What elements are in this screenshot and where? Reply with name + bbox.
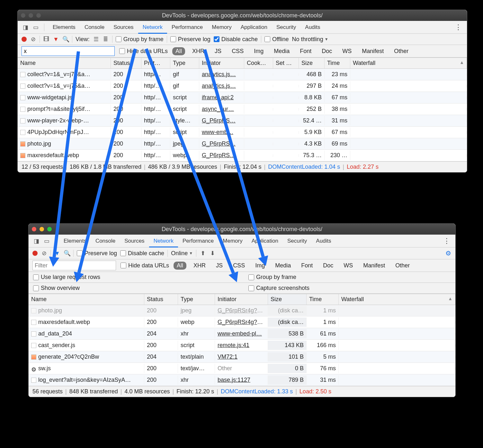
- table-row[interactable]: 4PUpJpDdHqrNInFpJ… 200 http/… script www…: [18, 127, 467, 138]
- type-filter-css[interactable]: CSS: [228, 47, 247, 55]
- type-filter-all[interactable]: All: [172, 47, 185, 55]
- col-type[interactable]: Type: [170, 58, 199, 68]
- table-row[interactable]: www-player-2x-webp-… 200 http/… style… G…: [18, 115, 467, 127]
- tab-security[interactable]: Security: [283, 235, 311, 247]
- type-filter-img[interactable]: Img: [251, 47, 267, 55]
- traffic-min[interactable]: [40, 227, 44, 231]
- hide-data-urls-checkbox[interactable]: Hide data URLs: [119, 48, 168, 55]
- filter-input[interactable]: [32, 261, 116, 270]
- disable-cache-checkbox[interactable]: Disable cache: [214, 36, 258, 43]
- col-waterfall[interactable]: Waterfall▲: [350, 58, 467, 68]
- type-filter-ws[interactable]: WS: [340, 262, 356, 270]
- tab-network[interactable]: Network: [138, 21, 167, 34]
- overview-icon[interactable]: ≣: [103, 36, 109, 43]
- type-filter-doc[interactable]: Doc: [318, 47, 335, 55]
- table-row[interactable]: photo.jpg 200 http/… jpeg G_P6rpRS… 4.3 …: [18, 138, 467, 150]
- throttling-select[interactable]: Online ▼: [171, 250, 193, 257]
- table-row[interactable]: collect?v=1&_v=j75&a… 200 http/… gif ana…: [18, 69, 467, 80]
- offline-checkbox[interactable]: Offline: [264, 36, 289, 43]
- tab-elements[interactable]: Elements: [48, 21, 80, 34]
- tab-memory[interactable]: Memory: [207, 21, 236, 34]
- col-initiator[interactable]: Initiator: [215, 294, 268, 305]
- col-name[interactable]: Name: [18, 58, 111, 68]
- device-icon[interactable]: ▭: [42, 237, 51, 245]
- table-row[interactable]: generate_204?cQ2nBw 204 text/plain VM72:…: [29, 351, 455, 363]
- col-time[interactable]: Time: [307, 294, 339, 305]
- type-filter-all[interactable]: All: [174, 262, 186, 270]
- table-row[interactable]: prompt?t=a&site=ylj5if… 200 http/… scrip…: [18, 103, 467, 115]
- col-time[interactable]: Time: [325, 58, 350, 68]
- device-icon[interactable]: ▭: [31, 24, 40, 31]
- disable-cache-checkbox[interactable]: Disable cache: [120, 250, 164, 257]
- type-filter-js[interactable]: JS: [211, 47, 225, 55]
- type-filter-xhr[interactable]: XHR: [189, 47, 208, 55]
- tab-audits[interactable]: Audits: [311, 235, 335, 247]
- type-filter-font[interactable]: Font: [298, 262, 316, 270]
- preserve-log-checkbox[interactable]: Preserve log: [77, 250, 117, 257]
- type-filter-media[interactable]: Media: [272, 262, 294, 270]
- import-har-icon[interactable]: ⬆: [200, 250, 206, 257]
- inspect-icon[interactable]: ◨: [21, 24, 30, 31]
- record-button[interactable]: [22, 37, 27, 42]
- titlebar[interactable]: DevTools - developers.google.com/web/too…: [18, 10, 467, 21]
- type-filter-ws[interactable]: WS: [339, 47, 355, 55]
- show-overview-checkbox[interactable]: Show overview: [33, 285, 80, 291]
- throttling-select[interactable]: No throttling ▼: [292, 36, 328, 43]
- hide-data-urls-checkbox[interactable]: Hide data URLs: [121, 262, 169, 269]
- large-rows-icon[interactable]: ☰: [93, 36, 99, 43]
- type-filter-img[interactable]: Img: [252, 262, 268, 270]
- table-row[interactable]: maxresdefault.webp 200 http/… webp G_P6r…: [18, 150, 467, 161]
- titlebar[interactable]: DevTools - developers.google.com/web/too…: [29, 224, 455, 235]
- type-filter-other[interactable]: Other: [391, 47, 412, 55]
- export-har-icon[interactable]: ⬇: [209, 250, 216, 257]
- tab-sources[interactable]: Sources: [120, 235, 149, 247]
- tab-application[interactable]: Application: [236, 21, 272, 34]
- table-row[interactable]: www-widgetapi.js 200 http/… script ifram…: [18, 92, 467, 103]
- type-filter-media[interactable]: Media: [271, 47, 293, 55]
- table-row[interactable]: ad_data_204 204 xhr www-embed-pl… 538 B …: [29, 328, 455, 340]
- tab-audits[interactable]: Audits: [300, 21, 325, 34]
- type-filter-manifest[interactable]: Manifest: [360, 262, 388, 270]
- group-by-frame-checkbox[interactable]: Group by frame: [248, 274, 296, 281]
- group-by-frame-checkbox[interactable]: Group by frame: [116, 36, 164, 43]
- type-filter-css[interactable]: CSS: [230, 262, 248, 270]
- type-filter-xhr[interactable]: XHR: [190, 262, 209, 270]
- tab-memory[interactable]: Memory: [218, 235, 247, 247]
- preserve-log-checkbox[interactable]: Preserve log: [170, 36, 210, 43]
- clear-icon[interactable]: ⊘: [41, 250, 47, 257]
- type-filter-doc[interactable]: Doc: [320, 262, 336, 270]
- settings-gear-icon[interactable]: ⚙: [445, 249, 452, 257]
- kebab-icon[interactable]: ⋮: [441, 237, 452, 245]
- type-filter-font[interactable]: Font: [297, 47, 315, 55]
- table-row[interactable]: maxresdefault.webp 200 webp G_P6rpRSr4g?…: [29, 317, 455, 328]
- screenshot-icon[interactable]: 🎞: [43, 36, 49, 43]
- tab-performance[interactable]: Performance: [178, 235, 218, 247]
- traffic-max[interactable]: [36, 13, 41, 18]
- tab-security[interactable]: Security: [272, 21, 300, 34]
- filter-input[interactable]: [22, 46, 115, 56]
- traffic-close[interactable]: [21, 13, 25, 18]
- filter-icon[interactable]: ▼: [54, 250, 60, 257]
- tab-console[interactable]: Console: [80, 21, 109, 34]
- type-filter-manifest[interactable]: Manifest: [359, 47, 387, 55]
- tab-console[interactable]: Console: [91, 235, 120, 247]
- tab-sources[interactable]: Sources: [109, 21, 138, 34]
- capture-screenshots-checkbox[interactable]: Capture screenshots: [248, 285, 309, 291]
- col-type[interactable]: Type: [178, 294, 215, 305]
- kebab-icon[interactable]: ⋮: [453, 23, 464, 31]
- table-row[interactable]: collect?v=1&_v=j75&a… 200 http/… gif ana…: [18, 80, 467, 92]
- traffic-close[interactable]: [32, 227, 36, 231]
- tab-performance[interactable]: Performance: [167, 21, 207, 34]
- col-name[interactable]: Name: [29, 294, 144, 305]
- table-row[interactable]: log_event?alt=json&key=AIzaSyA… 200 xhr …: [29, 374, 455, 386]
- search-icon[interactable]: 🔍: [62, 36, 69, 43]
- table-row[interactable]: ⚙sw.js 200 text/jav… Other 0 B 76 ms: [29, 363, 455, 374]
- record-button[interactable]: [32, 251, 38, 256]
- col-size[interactable]: Size: [268, 294, 307, 305]
- filter-icon[interactable]: ▼: [53, 36, 59, 43]
- search-icon[interactable]: 🔍: [64, 250, 70, 257]
- tab-application[interactable]: Application: [247, 235, 283, 247]
- clear-icon[interactable]: ⊘: [30, 36, 36, 43]
- col-size[interactable]: Size: [299, 58, 325, 68]
- traffic-min[interactable]: [29, 13, 33, 18]
